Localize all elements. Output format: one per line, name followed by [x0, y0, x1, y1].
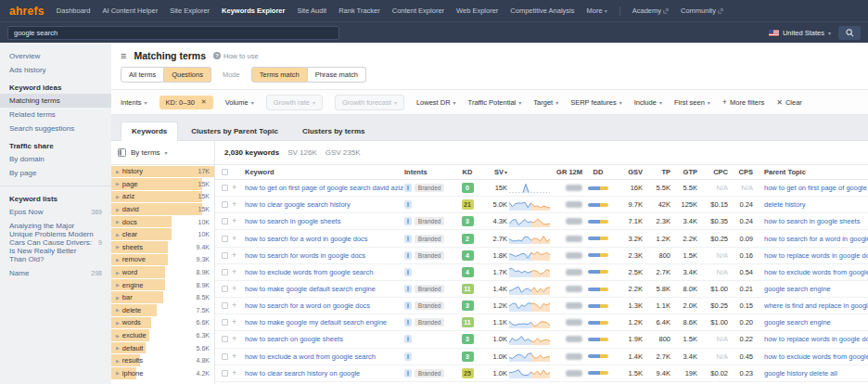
col-header-gtp[interactable]: GTP	[670, 168, 697, 176]
row-checkbox[interactable]	[222, 269, 228, 275]
nav-item-site-explorer[interactable]: Site Explorer	[170, 6, 210, 15]
intent-informational-badge[interactable]: I	[404, 285, 412, 293]
add-to-list-button[interactable]: +	[232, 200, 236, 209]
intent-branded-badge[interactable]: Branded	[415, 251, 445, 260]
col-header-parent-topic[interactable]: Parent Topic	[753, 168, 868, 176]
parent-topic-link[interactable]: how to replace words in google docs	[764, 335, 868, 343]
sidebar-item-name[interactable]: Name298	[0, 266, 111, 280]
facet-term-clear[interactable]: ▶clear10K	[111, 228, 214, 241]
intent-informational-badge[interactable]: I	[404, 200, 412, 209]
parent-topic-link[interactable]: how to search for a word in google docs	[764, 235, 868, 243]
row-checkbox[interactable]	[222, 236, 228, 242]
nav-link-community[interactable]: Community	[681, 6, 723, 15]
facet-term-iphone[interactable]: ▶iphone4.2K	[111, 367, 214, 380]
facet-term-bar[interactable]: ▶bar8.5K	[111, 291, 214, 304]
add-to-list-button[interactable]: +	[232, 251, 236, 260]
nav-item-more[interactable]: More ▾	[587, 6, 607, 15]
keyword-link[interactable]: how to exclude words from google search	[245, 268, 373, 276]
intent-branded-badge[interactable]: Branded	[415, 369, 445, 378]
row-checkbox[interactable]	[222, 370, 228, 377]
filter-include[interactable]: Include▾	[634, 98, 662, 107]
parent-topic-link[interactable]: how to exclude words from google search	[764, 352, 868, 361]
filter-first-seen[interactable]: First seen▾	[674, 98, 710, 107]
remove-filter-icon[interactable]: ✕	[201, 98, 207, 106]
keyword-link[interactable]: how to search on google sheets	[245, 335, 343, 343]
col-header-dd[interactable]: DD	[582, 168, 614, 176]
facet-term-sheets[interactable]: ▶sheets9.4K	[111, 241, 214, 254]
select-all-checkbox[interactable]	[222, 169, 228, 175]
parent-topic-link[interactable]: where is find and replace in google docs	[764, 301, 868, 310]
row-checkbox[interactable]	[222, 353, 228, 360]
col-header-cps[interactable]: CPS	[728, 168, 753, 176]
nav-item-web-explorer[interactable]: Web Explorer	[456, 6, 498, 15]
add-to-list-button[interactable]: +	[232, 335, 236, 343]
add-to-list-button[interactable]: +	[232, 352, 236, 361]
filter-traffic-potential[interactable]: Traffic Potential▾	[468, 98, 522, 107]
intent-branded-badge[interactable]: Branded	[415, 184, 445, 192]
sidebar-item-search-suggestions[interactable]: Search suggestions	[0, 122, 111, 135]
intent-branded-badge[interactable]: Branded	[415, 318, 445, 326]
parent-topic-link[interactable]: how to exclude words from google search	[764, 268, 868, 276]
row-checkbox[interactable]	[222, 319, 228, 326]
add-to-list-button[interactable]: +	[232, 301, 236, 310]
keyword-link[interactable]: how to get on first page of google searc…	[245, 184, 403, 192]
facet-term-david[interactable]: ▶david15K	[111, 203, 214, 216]
row-checkbox[interactable]	[222, 286, 228, 292]
nav-link-academy[interactable]: Academy	[632, 6, 669, 15]
facet-term-words[interactable]: ▶words6.6K	[111, 316, 214, 329]
filter-serp-features[interactable]: SERP features▾	[570, 98, 622, 107]
facet-term-results[interactable]: ▶results4.8K	[111, 354, 214, 367]
facet-term-remove[interactable]: ▶remove9.3K	[111, 253, 214, 266]
filter-target[interactable]: Target▾	[533, 98, 558, 107]
col-header-cpc[interactable]: CPC	[697, 168, 728, 176]
parent-topic-link[interactable]: google search engine	[764, 285, 831, 293]
add-to-list-button[interactable]: +	[232, 268, 236, 276]
tab-keywords[interactable]: Keywords	[121, 122, 178, 141]
add-to-list-button[interactable]: +	[232, 318, 236, 326]
intent-informational-badge[interactable]: I	[404, 235, 412, 243]
row-checkbox[interactable]	[222, 302, 228, 309]
filter-volume[interactable]: Volume▾	[225, 98, 254, 107]
facet-term-aziz[interactable]: ▶aziz15K	[111, 190, 214, 203]
tab-clusters-by-terms[interactable]: Clusters by terms	[291, 122, 377, 141]
parent-topic-link[interactable]: how to search in google sheets	[764, 217, 860, 225]
row-checkbox[interactable]	[222, 218, 228, 224]
intent-informational-badge[interactable]: I	[404, 369, 412, 378]
country-selector[interactable]: United States ▾	[769, 29, 831, 37]
facet-term-page[interactable]: ▶page15K	[111, 178, 214, 191]
add-to-list-button[interactable]: +	[232, 184, 236, 192]
facet-term-docs[interactable]: ▶docs10K	[111, 215, 214, 228]
segment-questions[interactable]: Questions	[164, 67, 211, 83]
keyword-link[interactable]: how to search for a word on google docs	[245, 301, 370, 310]
intent-informational-badge[interactable]: I	[404, 268, 412, 276]
nav-item-keywords-explorer[interactable]: Keywords Explorer	[222, 6, 285, 15]
ahrefs-logo[interactable]: ahrefs	[9, 5, 45, 18]
keyword-link[interactable]: how to search for a word in google docs	[245, 235, 368, 243]
how-to-use-link[interactable]: ? How to use	[213, 52, 259, 60]
facet-term-default[interactable]: ▶default5.6K	[111, 341, 214, 354]
filter-growth-forecast[interactable]: Growth forecast▾	[335, 95, 404, 110]
intent-branded-badge[interactable]: Branded	[415, 235, 445, 243]
parent-topic-link[interactable]: delete history	[764, 200, 806, 209]
col-header-sv[interactable]: SV▾	[479, 168, 507, 176]
filter-lowest-dr[interactable]: Lowest DR▾	[416, 98, 456, 107]
sidebar-item-epos-now[interactable]: Epos Now369	[0, 205, 111, 219]
nav-item-competitive-analysis[interactable]: Competitive Analysis	[510, 6, 574, 15]
segment-all-terms[interactable]: All terms	[121, 67, 164, 83]
keyword-link[interactable]: how to search for words in google docs	[245, 251, 365, 260]
keyword-link[interactable]: how to make google my default search eng…	[245, 318, 387, 326]
row-checkbox[interactable]	[222, 336, 228, 342]
facet-term-engine[interactable]: ▶engine8.9K	[111, 278, 214, 291]
filter-clear[interactable]: ✕Clear	[776, 98, 802, 107]
intent-informational-badge[interactable]: I	[404, 318, 412, 326]
intent-branded-badge[interactable]: Branded	[415, 301, 445, 310]
add-to-list-button[interactable]: +	[232, 369, 236, 378]
parent-topic-link[interactable]: how to replace words in google docs	[764, 251, 868, 260]
add-to-list-button[interactable]: +	[232, 217, 236, 225]
row-checkbox[interactable]	[222, 252, 228, 259]
col-header-gr12m[interactable]: GR 12M	[551, 168, 582, 176]
parent-topic-link[interactable]: how to get on first page of google searc…	[764, 184, 868, 192]
nav-item-ai-content-helper[interactable]: AI Content Helper	[103, 6, 159, 15]
col-header-tp[interactable]: TP	[643, 168, 670, 176]
filter-more-filters[interactable]: +More filters	[722, 97, 764, 107]
